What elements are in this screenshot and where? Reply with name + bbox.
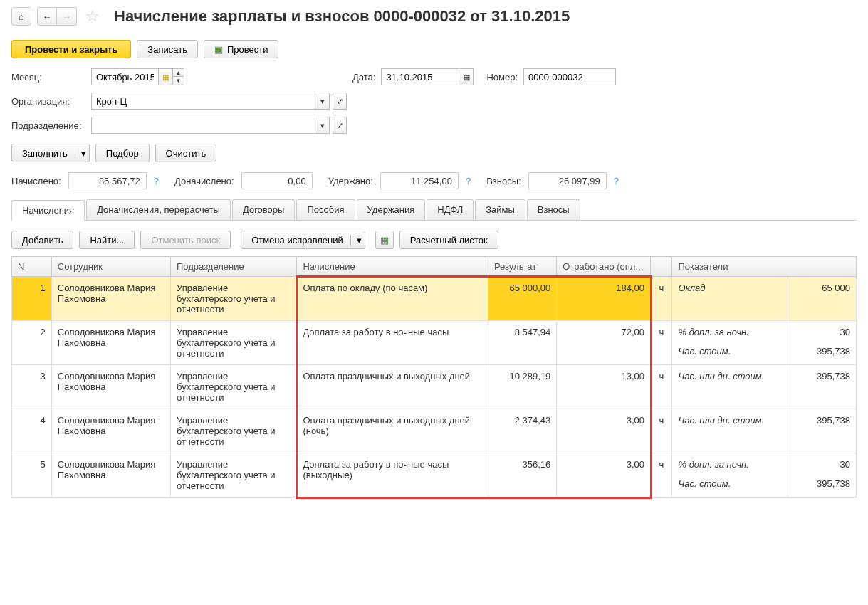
add-button[interactable]: Добавить xyxy=(11,231,73,249)
tab-1[interactable]: Доначисления, перерасчеты xyxy=(86,199,231,220)
fill-button[interactable]: Заполнить▾ xyxy=(11,144,90,162)
dep-label: Подразделение: xyxy=(11,120,85,131)
contrib-value: 26 097,99 xyxy=(528,172,607,189)
add-accrued-value: 0,00 xyxy=(241,172,313,189)
cancel-search-button[interactable]: Отменить поиск xyxy=(140,231,231,249)
page-title: Начисление зарплаты и взносов 0000-00003… xyxy=(114,7,570,26)
tab-3[interactable]: Пособия xyxy=(296,199,355,220)
back-button[interactable]: ← xyxy=(37,7,57,26)
col-n[interactable]: N xyxy=(12,257,52,277)
month-input[interactable] xyxy=(91,68,159,85)
col-result[interactable]: Результат xyxy=(488,257,557,277)
tabs: НачисленияДоначисления, перерасчетыДогов… xyxy=(11,199,857,221)
col-worked[interactable]: Отработано (опл... xyxy=(557,257,651,277)
table-row[interactable]: 1Солодовникова Мария ПахомовнаУправление… xyxy=(12,277,857,321)
help-icon[interactable]: ? xyxy=(154,176,159,186)
post-button[interactable]: ▣Провести xyxy=(204,40,279,58)
accrued-label: Начислено: xyxy=(11,176,61,186)
post-close-button[interactable]: Провести и закрыть xyxy=(11,40,131,58)
accruals-table: N Сотрудник Подразделение Начисление Рез… xyxy=(11,256,857,498)
help-icon[interactable]: ? xyxy=(466,176,471,186)
tab-4[interactable]: Удержания xyxy=(357,199,426,220)
number-input[interactable] xyxy=(523,68,616,85)
save-button[interactable]: Записать xyxy=(137,40,198,58)
table-row[interactable]: 4Солодовникова Мария ПахомовнаУправление… xyxy=(12,409,857,453)
tab-5[interactable]: НДФЛ xyxy=(427,199,474,220)
org-input[interactable] xyxy=(91,93,315,110)
tab-6[interactable]: Займы xyxy=(475,199,525,220)
org-open-icon[interactable]: ⤢ xyxy=(333,93,347,110)
cancel-corrections-button[interactable]: Отмена исправлений▾ xyxy=(241,231,365,249)
select-button[interactable]: Подбор xyxy=(95,144,150,162)
table-row[interactable]: 5Солодовникова Мария ПахомовнаУправление… xyxy=(12,453,857,498)
col-department[interactable]: Подразделение xyxy=(171,257,297,277)
number-label: Номер: xyxy=(486,72,518,83)
table-row[interactable]: 2Солодовникова Мария ПахомовнаУправление… xyxy=(12,321,857,365)
accrued-value: 86 567,72 xyxy=(68,172,147,189)
month-label: Месяц: xyxy=(11,72,85,83)
date-label: Дата: xyxy=(352,72,375,83)
tab-7[interactable]: Взносы xyxy=(527,199,580,220)
month-up-button[interactable]: ▲ xyxy=(173,68,184,77)
contrib-label: Взносы: xyxy=(486,176,521,186)
forward-button[interactable]: → xyxy=(57,7,77,26)
col-unit xyxy=(651,257,672,277)
org-label: Организация: xyxy=(11,96,85,107)
col-accrual[interactable]: Начисление xyxy=(297,257,488,277)
dep-input[interactable] xyxy=(91,117,315,134)
date-input[interactable] xyxy=(381,68,459,85)
find-button[interactable]: Найти... xyxy=(79,231,135,249)
calendar-icon[interactable]: ▦ xyxy=(459,68,474,85)
grid-settings-icon: ▦ xyxy=(380,235,389,246)
post-icon: ▣ xyxy=(214,44,223,55)
org-dropdown-icon[interactable]: ▾ xyxy=(315,93,330,110)
settings-button[interactable]: ▦ xyxy=(375,231,394,249)
tab-2[interactable]: Договоры xyxy=(232,199,295,220)
month-down-button[interactable]: ▼ xyxy=(173,77,184,85)
withheld-label: Удержано: xyxy=(328,176,373,186)
col-indicators[interactable]: Показатели xyxy=(672,257,857,277)
dep-open-icon[interactable]: ⤢ xyxy=(333,117,347,134)
table-row[interactable]: 3Солодовникова Мария ПахомовнаУправление… xyxy=(12,365,857,409)
tab-0[interactable]: Начисления xyxy=(11,200,85,221)
home-button[interactable]: ⌂ xyxy=(11,7,31,26)
add-accrued-label: Доначислено: xyxy=(174,176,234,186)
help-icon[interactable]: ? xyxy=(614,176,619,186)
withheld-value: 11 254,00 xyxy=(380,172,459,189)
favorite-icon[interactable]: ☆ xyxy=(85,7,100,26)
col-employee[interactable]: Сотрудник xyxy=(51,257,170,277)
dep-dropdown-icon[interactable]: ▾ xyxy=(315,117,330,134)
month-picker-icon[interactable]: ▦ xyxy=(159,68,173,85)
payslip-button[interactable]: Расчетный листок xyxy=(399,231,498,249)
clear-button[interactable]: Очистить xyxy=(155,144,217,162)
